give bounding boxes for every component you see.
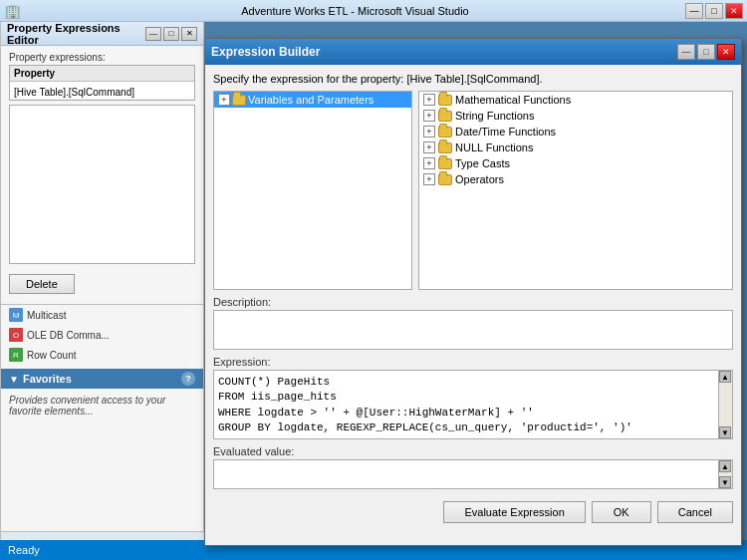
tree-item-datetime[interactable]: + Date/Time Functions <box>419 124 732 140</box>
tree-label-string: String Functions <box>455 110 534 122</box>
expr-close-btn[interactable]: ✕ <box>717 44 735 60</box>
favorites-description: Provides convenient access to your favor… <box>9 395 165 417</box>
tree-item-string[interactable]: + String Functions <box>419 108 732 124</box>
tree-label-null: NULL Functions <box>455 141 533 153</box>
description-label: Description: <box>213 296 733 308</box>
folder-icon-datetime <box>438 127 452 138</box>
vs-maximize-btn[interactable]: □ <box>705 3 723 19</box>
favorites-help-icon[interactable]: ? <box>181 372 195 386</box>
expr-dialog-titlebar: Expression Builder — □ ✕ <box>205 39 741 65</box>
vs-window: 🏢 Adventure Works ETL - Microsoft Visual… <box>0 0 747 560</box>
folder-icon-math <box>438 95 452 106</box>
status-text: Ready <box>8 544 40 556</box>
expr-right-tree: + Mathematical Functions + String Functi… <box>418 91 733 290</box>
vs-title: Adventure Works ETL - Microsoft Visual S… <box>25 5 685 17</box>
favorites-label: Favorites <box>23 373 72 385</box>
tree-expander-operators[interactable]: + <box>423 173 435 185</box>
expr-scrollbar[interactable]: ▲ ▼ <box>719 370 733 439</box>
property-table: Property [Hive Table].[SqlCommand] <box>9 65 195 101</box>
expr-minimize-btn[interactable]: — <box>677 44 695 60</box>
cancel-button[interactable]: Cancel <box>657 501 733 523</box>
oledb-icon: O <box>9 328 23 342</box>
tree-expander-datetime[interactable]: + <box>423 126 435 138</box>
tree-item-typecasts[interactable]: + Type Casts <box>419 155 732 171</box>
folder-icon-operators <box>438 174 452 185</box>
expr-title-buttons: — □ ✕ <box>677 44 735 60</box>
tree-item-null[interactable]: + NULL Functions <box>419 140 732 155</box>
evaluate-expression-button[interactable]: Evaluate Expression <box>443 501 585 523</box>
ok-button[interactable]: OK <box>592 501 651 523</box>
toolbox-item-oledb[interactable]: O OLE DB Comma... <box>1 325 203 345</box>
tree-expander-typecasts[interactable]: + <box>423 157 435 169</box>
eval-scroll-up[interactable]: ▲ <box>719 460 731 472</box>
expression-builder-dialog: Expression Builder — □ ✕ Specify the exp… <box>204 38 742 546</box>
vs-close-btn[interactable]: ✕ <box>725 3 743 19</box>
toolbox-item-label: OLE DB Comma... <box>27 330 110 341</box>
toolbox-item-rowcount[interactable]: R Row Count <box>1 345 203 365</box>
property-expressions-panel: Property Expressions Editor — □ ✕ Proper… <box>0 22 204 560</box>
toolbox-section: M Multicast O OLE DB Comma... R Row Coun… <box>1 304 203 365</box>
folder-icon-string <box>438 111 452 122</box>
expr-property-line: Specify the expression for the property:… <box>213 73 733 85</box>
property-column-header: Property <box>10 66 194 82</box>
multicast-icon: M <box>9 308 23 322</box>
property-list-area <box>9 105 195 264</box>
evaluated-box <box>213 459 719 489</box>
toolbox-item-label: Row Count <box>27 350 76 361</box>
folder-icon-typecasts <box>438 158 452 169</box>
toolbox-item-label: Multicast <box>27 310 66 321</box>
tree-item-operators[interactable]: + Operators <box>419 171 732 187</box>
favorites-bar[interactable]: ▼ Favorites ? <box>1 369 203 389</box>
scroll-down-btn[interactable]: ▼ <box>719 426 731 438</box>
tree-label-datetime: Date/Time Functions <box>455 126 556 138</box>
folder-icon-variables <box>232 95 246 106</box>
tree-expander-math[interactable]: + <box>423 94 435 106</box>
property-expressions-label: Property expressions: <box>1 46 203 65</box>
panel-titlebar: Property Expressions Editor — □ ✕ <box>1 22 203 46</box>
tree-label-typecasts: Type Casts <box>455 157 510 169</box>
scroll-up-btn[interactable]: ▲ <box>719 371 731 383</box>
expr-dialog-title: Expression Builder <box>211 45 320 59</box>
eval-scroll-down[interactable]: ▼ <box>719 476 731 488</box>
property-row[interactable]: [Hive Table].[SqlCommand] <box>10 82 194 100</box>
rowcount-icon: R <box>9 348 23 362</box>
panel-minimize-btn[interactable]: — <box>145 27 161 41</box>
favorites-content: Provides convenient access to your favor… <box>1 389 203 422</box>
expr-dialog-body: Specify the expression for the property:… <box>205 65 741 545</box>
tree-item-variables[interactable]: + Variables and Parameters <box>214 92 411 108</box>
description-section: Description: <box>213 296 733 350</box>
eval-scrollbar[interactable]: ▲ ▼ <box>719 459 733 489</box>
evaluated-section: Evaluated value: ▲ ▼ <box>213 445 733 489</box>
tree-label-operators: Operators <box>455 173 504 185</box>
tree-expander-null[interactable]: + <box>423 141 435 153</box>
description-box <box>213 310 733 350</box>
panel-close-btn[interactable]: ✕ <box>181 27 197 41</box>
tree-item-label: Variables and Parameters <box>248 94 374 106</box>
expression-input[interactable]: COUNT(*) PageHits FROM iis_page_hits WHE… <box>213 370 719 439</box>
vs-minimize-btn[interactable]: — <box>685 3 703 19</box>
delete-button[interactable]: Delete <box>9 274 75 294</box>
toolbox-item-multicast[interactable]: M Multicast <box>1 305 203 325</box>
tree-expander-variables[interactable]: + <box>218 94 230 106</box>
expr-left-tree: + Variables and Parameters <box>213 91 412 290</box>
tree-label-math: Mathematical Functions <box>455 94 571 106</box>
expr-tree-panels: + Variables and Parameters + Mathematica… <box>213 91 733 290</box>
tree-item-math[interactable]: + Mathematical Functions <box>419 92 732 108</box>
expr-maximize-btn[interactable]: □ <box>697 44 715 60</box>
vs-title-buttons: — □ ✕ <box>685 3 743 19</box>
panel-maximize-btn[interactable]: □ <box>163 27 179 41</box>
tree-expander-string[interactable]: + <box>423 110 435 122</box>
vs-titlebar: 🏢 Adventure Works ETL - Microsoft Visual… <box>0 0 747 22</box>
dialog-buttons: Evaluate Expression OK Cancel <box>213 501 733 523</box>
expression-label: Expression: <box>213 356 733 368</box>
panel-title: Property Expressions Editor <box>7 22 145 46</box>
panel-title-buttons: — □ ✕ <box>145 27 197 41</box>
folder-icon-null <box>438 142 452 153</box>
expression-section: Expression: COUNT(*) PageHits FROM iis_p… <box>213 356 733 439</box>
evaluated-label: Evaluated value: <box>213 445 733 457</box>
